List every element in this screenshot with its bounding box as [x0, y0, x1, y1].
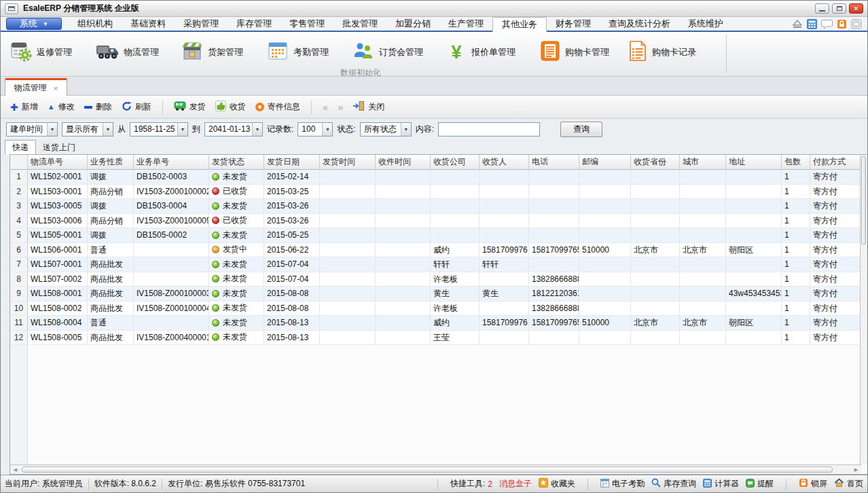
menu-item-8[interactable]: 其他业务 — [492, 17, 547, 32]
close-tab-button[interactable]: 关闭 — [352, 101, 384, 113]
message-box-button[interactable]: 消息盒子 — [499, 478, 532, 490]
menu-item-5[interactable]: 批发管理 — [333, 17, 386, 31]
modify-button[interactable]: ▲修改 — [48, 101, 75, 113]
table-row[interactable]: 10WL1508-0002商品批发IV1508-Z000100004未发货201… — [10, 302, 867, 316]
table-row[interactable]: 11WL1508-0004普通未发货2015-08-13威约1581709976… — [10, 316, 867, 331]
stock-query-button[interactable]: 库存查询 — [651, 478, 696, 490]
table-cell: 2015-08-08 — [264, 287, 320, 302]
search-button[interactable]: 查询 — [560, 122, 602, 137]
column-header[interactable]: 电话 — [529, 155, 579, 169]
system-menu-button[interactable]: 系统 ▼ — [6, 18, 62, 30]
scroll-right-icon[interactable]: ▶ — [851, 465, 861, 474]
vertical-scrollbar-thumb[interactable] — [861, 156, 866, 244]
table-cell — [320, 243, 376, 258]
table-row[interactable]: 9WL1508-0001商品批发IV1508-Z000100003未发货2015… — [10, 287, 867, 302]
column-header[interactable]: 业务单号 — [134, 155, 209, 169]
column-header[interactable]: 收货公司 — [431, 155, 480, 169]
menu-item-0[interactable]: 组织机构 — [69, 17, 122, 31]
menu-item-2[interactable]: 采购管理 — [175, 17, 228, 31]
subtab-express[interactable]: 快递 — [5, 140, 36, 155]
horizontal-scrollbar-thumb[interactable] — [22, 467, 833, 473]
table-row[interactable]: 1WL1502-0001调拨DB1502-0003未发货2015-02-141寄… — [10, 170, 867, 185]
content-input[interactable] — [438, 122, 540, 136]
ribbon-item-shopping-card-record[interactable]: 购物卡记录 — [628, 37, 717, 67]
column-header[interactable]: 物流单号 — [28, 155, 88, 169]
menu-item-9[interactable]: 财务管理 — [547, 17, 600, 31]
time-field-select[interactable]: 建单时间▼ — [6, 122, 58, 136]
ribbon-item-shopping-card[interactable]: 购物卡管理 — [540, 37, 628, 67]
status-select[interactable]: 所有状态▼ — [360, 122, 412, 136]
ribbon-item-attendance[interactable]: 考勤管理 — [267, 37, 352, 67]
column-header[interactable]: 付款方式 — [810, 155, 861, 169]
column-header[interactable]: 发货时间 — [320, 155, 376, 169]
table-row[interactable]: 2WL1503-0001商品分销IV1503-Z000100002已收货2015… — [10, 185, 867, 200]
ribbon-item-logistics[interactable]: 物流管理 — [96, 37, 181, 67]
to-date-select[interactable]: 2041-01-13▼ — [204, 122, 263, 136]
column-header[interactable] — [10, 155, 28, 169]
column-header[interactable]: 发货状态 — [209, 155, 264, 169]
ribbon-item-quotation[interactable]: ¥ 报价单管理 — [446, 37, 540, 67]
horizontal-scrollbar[interactable]: ◀ ▶ — [10, 464, 861, 474]
receive-button[interactable]: 收货 — [215, 101, 246, 113]
mail-info-button[interactable]: 寄件信息 — [255, 101, 300, 113]
table-row[interactable]: 4WL1503-0006商品分销IV1503-Z000100009已收货2015… — [10, 214, 867, 229]
prev-page-button[interactable]: « — [323, 102, 328, 112]
menu-item-6[interactable]: 加盟分销 — [386, 17, 439, 31]
menu-item-7[interactable]: 生产管理 — [439, 17, 492, 31]
column-header[interactable]: 业务性质 — [88, 155, 134, 169]
calculator-button[interactable]: 计算器 — [703, 478, 739, 490]
delete-button[interactable]: 删除 — [84, 101, 112, 113]
ship-button[interactable]: 发货 — [174, 101, 206, 113]
system-menu-label: 系统 — [20, 18, 37, 30]
table-row[interactable]: 12WL1508-0005商品批发IV1508-Z000400001未发货201… — [10, 331, 867, 346]
home-button[interactable]: 首页 — [834, 478, 863, 490]
app-window-icon[interactable] — [5, 3, 18, 14]
column-header[interactable]: 地址 — [726, 155, 782, 169]
screen-icon[interactable] — [851, 19, 862, 29]
lock-screen-button[interactable]: 锁屏 — [799, 478, 827, 490]
ribbon-item-order-meeting[interactable]: 订货会管理 — [352, 37, 446, 67]
table-cell — [680, 257, 726, 272]
table-row[interactable]: 6WL1506-0001普通发货中2015-06-22威约15817099761… — [10, 243, 867, 258]
column-header[interactable]: 收货人 — [480, 155, 529, 169]
message-bubble-icon[interactable] — [821, 19, 833, 29]
menu-item-1[interactable]: 基础资料 — [122, 17, 175, 31]
tab-logistics[interactable]: 物流管理 × — [5, 78, 67, 96]
from-date-select[interactable]: 1958-11-25▼ — [130, 122, 188, 136]
reminder-button[interactable]: 提醒 — [746, 478, 774, 490]
column-header[interactable]: 城市 — [680, 155, 726, 169]
column-header[interactable]: 包数 — [782, 155, 810, 169]
column-header[interactable]: 邮编 — [579, 155, 631, 169]
column-header[interactable]: 发货日期 — [264, 155, 320, 169]
ribbon-item-repair[interactable]: 返修管理 — [10, 37, 96, 67]
favorites-button[interactable]: 收藏夹 — [539, 478, 575, 490]
close-button[interactable]: ✕ — [849, 3, 863, 14]
table-row[interactable]: 8WL1507-0002商品批发未发货2015-07-04许老板13828666… — [10, 272, 867, 287]
menu-item-10[interactable]: 查询及统计分析 — [600, 17, 679, 31]
ribbon-item-shelf[interactable]: 货架管理 — [181, 37, 267, 67]
table-cell — [529, 228, 579, 243]
eject-icon[interactable] — [792, 19, 803, 29]
add-button[interactable]: ✚新增 — [10, 101, 38, 113]
table-row[interactable]: 5WL1505-0001调拨DB1505-0002未发货2015-05-251寄… — [10, 228, 867, 243]
lock-icon[interactable] — [837, 19, 847, 29]
menu-item-3[interactable]: 库存管理 — [228, 17, 281, 31]
menu-item-11[interactable]: 系统维护 — [679, 17, 732, 31]
subtab-home-delivery[interactable]: 送货上门 — [36, 141, 82, 154]
column-header[interactable]: 收货省份 — [631, 155, 680, 169]
table-row[interactable]: 7WL1507-0001商品批发未发货2015-07-04轩轩轩轩1寄方付 — [10, 257, 867, 272]
show-all-select[interactable]: 显示所有▼ — [62, 122, 113, 136]
menu-item-4[interactable]: 零售管理 — [281, 17, 333, 31]
tab-close-icon[interactable]: × — [54, 84, 58, 92]
scroll-left-icon[interactable]: ◀ — [10, 465, 20, 474]
vertical-scrollbar[interactable] — [860, 155, 867, 464]
maximize-button[interactable] — [832, 3, 846, 14]
minimize-button[interactable] — [815, 3, 829, 14]
table-row[interactable]: 3WL1503-0005调拨DB1503-0004未发货2015-03-261寄… — [10, 199, 867, 214]
next-page-button[interactable]: » — [338, 102, 343, 112]
refresh-button[interactable]: 刷新 — [122, 101, 151, 113]
e-attendance-button[interactable]: 电子考勤 — [600, 478, 645, 490]
column-header[interactable]: 收件时间 — [376, 155, 431, 169]
records-select[interactable]: 100▼ — [297, 122, 333, 136]
calendar-icon[interactable] — [807, 19, 817, 29]
